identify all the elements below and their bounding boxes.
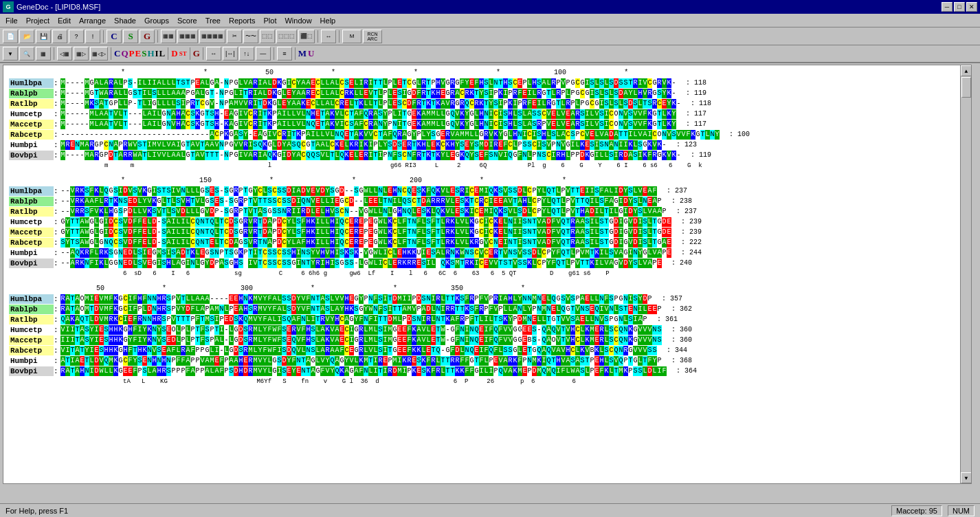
seq-num-rabcetp: : 222 [674, 238, 702, 248]
menu-help[interactable]: Help [316, 15, 340, 26]
scroll-track [961, 76, 971, 472]
sep3 [318, 30, 318, 43]
menu-plot[interactable]: Plot [259, 15, 280, 26]
menu-groups[interactable]: Groups [140, 15, 173, 26]
toolbar-2: ▼ 🔍 ▦ ◁▦ ▦▷ ▦◁▷ C Q P E S H I L D ST G ↔… [0, 45, 980, 63]
app-title: GeneDoc - [LIPID8.MSF] [16, 3, 100, 11]
seq-name-humlbpa: Humlbpa [9, 78, 54, 88]
maximize-button[interactable]: □ [954, 2, 965, 12]
seq-name-rablpb: Rablpb [9, 197, 54, 206]
grid3-button[interactable]: ▦▦▦▦ [199, 30, 225, 43]
help-button[interactable]: ? [69, 30, 84, 43]
seq-data-humcetp: GYTTAWGLGIDCSVDFFELD-SAILILCQNTQLTCDSGRV… [60, 217, 671, 227]
seq-colon: : [54, 248, 60, 258]
seq-name-humbpi: Humbpi [9, 248, 54, 258]
scroll-up-button[interactable]: ▲ [961, 65, 972, 76]
edit1-button[interactable]: ✂ [227, 30, 242, 43]
arc-button[interactable]: RCNARC [363, 30, 382, 43]
menu-shade[interactable]: Shade [110, 15, 140, 26]
menu-arrange[interactable]: Arrange [75, 15, 110, 26]
letter-g-btn[interactable]: G [140, 30, 155, 43]
sequence-row-rabcetp: Rabcetp : SYTSAWGLGNQCSVDFFELD-SAILILCQN… [9, 238, 953, 248]
sequence-row-humcetp: Humcetp : VIITASYIESHHKGHFIYKNYSEOLPLPTF… [9, 325, 953, 335]
seq-colon: : [54, 336, 60, 345]
scroll-down-button[interactable]: ▼ [961, 472, 972, 483]
sequence-row-humcetp: Humcetp : GYTTAWGLGIDCSVDFFELD-SAILILCQN… [9, 217, 953, 227]
sequence-row-rablpb: Rablpb : --VRKAAFLRTKNSEDLYVKGLTLSVHTVLG… [9, 197, 953, 206]
seq-colon: : [54, 346, 60, 355]
grid1-button[interactable]: ▦▦ [161, 30, 176, 43]
seq-data-rablpb: RATAOMTDVMFKGCIFPLDNHRSPVYDFLAPAMNLPEAHS… [60, 305, 662, 314]
seq-annotation: tA L KG M6Yf S fn v G l 36 d 6 P 26 p 6 … [67, 377, 953, 386]
status-mode: NUM [948, 505, 975, 516]
letter-c-btn[interactable]: C [107, 30, 122, 43]
edit5-button[interactable]: ⬛⬚ [298, 30, 315, 43]
menu-reports[interactable]: Reports [225, 15, 260, 26]
menu-tree[interactable]: Tree [201, 15, 225, 26]
aa-s: S [142, 48, 146, 59]
ruler-2: * 150 * * 200 * * [67, 176, 953, 186]
seq-data-humlbpa: RATAOMIEVMFKGCIFHFNNHRSPVTLLAAA----EEHNK… [60, 294, 652, 304]
scroll-thumb[interactable] [961, 77, 971, 98]
title-bar: G GeneDoc - [LIPID8.MSF] ─ □ ✕ [0, 0, 980, 14]
block-2: Humlbpa : --VRKSFKLQGSIDVSVKGISTSIVNLLLG… [9, 186, 953, 278]
seq-colon: : [54, 305, 60, 314]
indent-btn1[interactable]: ◁▦ [57, 47, 72, 60]
seq-name-bovbpi: Bovbpi [9, 151, 54, 160]
arrow-left-btn[interactable]: ↔ [206, 47, 221, 60]
sequence-row-maccetp: Maccetp : M-----MLAATVLT---LAILGNVHACSKG… [9, 120, 953, 129]
grid2-button[interactable]: ▦▦▦ [177, 30, 198, 43]
close-button[interactable]: ✕ [966, 2, 977, 12]
seq-num-humbpi: : 368 [665, 356, 692, 366]
horiz-btn[interactable]: — [256, 47, 271, 60]
menu-project[interactable]: Project [22, 15, 54, 26]
seq-colon: : [54, 207, 60, 217]
align-button[interactable]: ↔ [321, 30, 336, 43]
minimize-button[interactable]: ─ [942, 2, 953, 12]
edit4-button[interactable]: ⬚⬚⬚ [276, 30, 297, 43]
indent-btn2[interactable]: ▦▷ [74, 47, 89, 60]
seq-colon: : [54, 99, 60, 109]
sequence-row-maccetp: Maccetp : IIITASYIESHHKGYFIYKNVSEDLPLPTF… [9, 336, 953, 345]
seq-name-humcetp: Humcetp [9, 109, 54, 119]
sequence-row-ratlbp: Ratlbp : QAKAQTLDVMRKCIEFRNNHRSPVTTTPFTM… [9, 315, 953, 324]
tb2-btn1[interactable]: ▼ [3, 47, 18, 60]
seq-data-ratlbp: M----MKSATGPLLP-TLIGLLLLSIPRTCGV-NPAMVVR… [60, 99, 681, 109]
tb2-btn3[interactable]: ▦ [36, 47, 51, 60]
edit3-button[interactable]: ⬚⬚ [260, 30, 275, 43]
sequence-row-rablpb: Rablpb : M----MGTWARALLGSTILSLLLAAAPGALG… [9, 89, 953, 98]
letter-s-btn[interactable]: S [123, 30, 138, 43]
seq-name-humbpi: Humbpi [9, 356, 54, 366]
menu-score[interactable]: Score [173, 15, 201, 26]
save-button[interactable]: 💾 [36, 30, 51, 43]
new-button[interactable]: 📄 [3, 30, 18, 43]
app-icon: G [3, 1, 14, 12]
indent-btn3[interactable]: ▦◁▷ [90, 47, 108, 60]
rcn-button[interactable]: M [342, 30, 361, 43]
sequence-row-rabcetp: Rabcetp : ------------------------------… [9, 130, 953, 140]
sep8 [190, 47, 190, 60]
menu-file[interactable]: File [1, 15, 22, 26]
seq-data-bovbpi: --ARKNFIKLGGNEDLSVEGISHLAGINLGYDPASGHS I… [60, 258, 662, 268]
aa-p: P [129, 48, 135, 59]
seq-num-rablpb: : 362 [665, 305, 692, 314]
info-button[interactable]: ! [85, 30, 100, 43]
edit2-button[interactable]: 〜〜 [243, 30, 258, 43]
block-1: Humlbpa : M----MGALARALPS-ILIIALLLTSTPEA… [9, 78, 953, 170]
arrow-right-btn[interactable]: |↔| [223, 47, 238, 60]
open-button[interactable]: 📂 [19, 30, 34, 43]
up-btn[interactable]: ↑↓ [239, 47, 254, 60]
tb2-btn2[interactable]: 🔍 [19, 47, 34, 60]
print-button[interactable]: 🖨 [52, 30, 67, 43]
aa-m: M [298, 48, 307, 59]
sequence-row-bovbpi: Bovbpi : RATAHNIDWLLKGEEFPSLAHRSPPPFAPPA… [9, 366, 953, 376]
seq-num-humbpi: : 123 [669, 140, 697, 150]
align2-btn[interactable]: ≡ [277, 47, 292, 60]
menu-window[interactable]: Window [280, 15, 315, 26]
vertical-scrollbar[interactable]: ▲ ▼ [960, 65, 971, 483]
seq-colon: : [54, 89, 60, 98]
seq-colon: : [54, 258, 60, 268]
seq-num-rabcetp: : 344 [660, 346, 687, 355]
menu-edit[interactable]: Edit [54, 15, 75, 26]
main-content: ▲ ▼ * * 50 * * * 100 * Hum [3, 65, 972, 484]
